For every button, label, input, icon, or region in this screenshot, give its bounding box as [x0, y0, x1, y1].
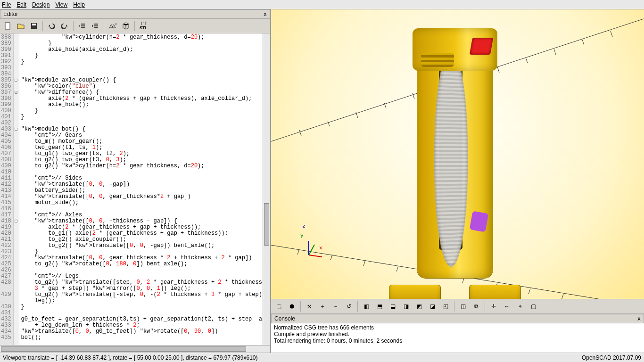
svg-rect-0 — [5, 23, 10, 29]
console-output[interactable]: Normalized CSG tree has 666 elementsComp… — [271, 323, 644, 353]
editor-panel: Editor x STL 388 389 390 391 392 393 394… — [0, 9, 271, 353]
svg-line-14 — [554, 49, 556, 55]
3d-viewport[interactable]: x y z — [271, 9, 644, 299]
perspective-button[interactable]: ⧉ — [471, 301, 482, 312]
indent-button[interactable] — [90, 20, 101, 32]
left-button[interactable]: ◨ — [400, 301, 412, 312]
axes-button[interactable]: ✛ — [488, 301, 499, 312]
menu-bar: File Edit Design View Help — [0, 0, 644, 9]
svg-line-25 — [561, 294, 563, 299]
code-area[interactable]: "kw">cylinder(h=2 * gear_thickness, d=20… — [19, 33, 263, 345]
zoom-fit-button[interactable]: ⤧ — [304, 301, 315, 312]
render-button[interactable] — [120, 20, 132, 32]
line-gutter: 388 389 390 391 392 393 394 395 396 397 … — [0, 33, 14, 345]
status-version: OpenSCAD 2017.07.09 — [582, 354, 641, 361]
svg-line-16 — [611, 31, 612, 37]
scale-button[interactable]: ↔ — [501, 301, 512, 312]
menu-help[interactable]: Help — [73, 1, 85, 8]
svg-line-26 — [309, 255, 322, 257]
svg-line-13 — [526, 58, 528, 63]
redo-button[interactable] — [59, 20, 70, 32]
axis-y-label: y — [300, 232, 304, 239]
svg-line-8 — [384, 103, 386, 108]
stl-label: STL — [140, 25, 148, 30]
svg-line-19 — [363, 260, 365, 266]
axis-z-label: z — [302, 223, 305, 229]
editor-vscrollbar[interactable] — [263, 33, 270, 345]
viewer-toolbar: ⬚⬢⤧＋－↺◧⬒⬓◨◩◪◰◫⧉✛↔⌖▢ — [271, 299, 644, 314]
svg-rect-2 — [32, 24, 36, 25]
svg-line-7 — [356, 112, 358, 118]
svg-line-15 — [582, 40, 584, 45]
center-button[interactable]: ◫ — [457, 301, 469, 312]
console-title: Console — [274, 315, 295, 322]
svg-line-27 — [309, 245, 314, 255]
status-viewport-info: Viewport: translate = [ -14.39 60.83 87.… — [3, 354, 258, 361]
open-file-button[interactable] — [15, 20, 26, 32]
preview-button[interactable]: ⬚ — [273, 301, 284, 312]
crosshair-button[interactable]: ⌖ — [514, 301, 526, 312]
export-stl-button[interactable]: STL — [138, 20, 149, 32]
bottom-button[interactable]: ⬓ — [387, 301, 398, 312]
show-edges-button[interactable]: ▢ — [528, 301, 539, 312]
axis-indicator: x y z — [304, 241, 323, 261]
svg-line-6 — [328, 121, 330, 126]
svg-line-5 — [299, 130, 301, 136]
zoom-in-button[interactable]: ＋ — [317, 301, 328, 312]
editor-hscrollbar[interactable] — [0, 345, 270, 353]
editor-toolbar: STL — [0, 19, 270, 33]
svg-line-24 — [528, 288, 530, 294]
console-panel: Console x Normalized CSG tree has 666 el… — [271, 314, 644, 353]
front-button[interactable]: ◩ — [413, 301, 425, 312]
status-bar: Viewport: translate = [ -14.39 60.83 87.… — [0, 353, 644, 362]
save-file-button[interactable] — [28, 20, 40, 32]
menu-file[interactable]: File — [2, 1, 11, 8]
zoom-out-button[interactable]: － — [330, 301, 341, 312]
diagonal-button[interactable]: ◰ — [440, 301, 451, 312]
axis-x-label: x — [319, 245, 322, 251]
unindent-button[interactable] — [76, 20, 88, 32]
new-file-button[interactable] — [2, 20, 13, 32]
editor-title: Editor — [3, 11, 18, 17]
menu-view[interactable]: View — [55, 1, 67, 8]
console-close-button[interactable]: x — [637, 315, 641, 322]
render-button[interactable]: ⬢ — [286, 301, 297, 312]
menu-design[interactable]: Design — [32, 1, 50, 8]
svg-line-18 — [330, 255, 332, 260]
preview-button[interactable] — [107, 20, 118, 32]
rendered-model — [394, 24, 516, 299]
undo-button[interactable] — [46, 20, 57, 32]
editor-title-bar: Editor x — [0, 9, 270, 19]
svg-line-17 — [297, 249, 299, 255]
right-button[interactable]: ◧ — [361, 301, 372, 312]
back-button[interactable]: ◪ — [427, 301, 438, 312]
reset-view-button[interactable]: ↺ — [343, 301, 355, 312]
top-button[interactable]: ⬒ — [374, 301, 385, 312]
menu-edit[interactable]: Edit — [17, 1, 26, 8]
fold-gutter[interactable]: ⊟ ⊟ ⊟ ⊟ — [14, 33, 19, 345]
editor-close-button[interactable]: x — [264, 11, 267, 17]
code-editor[interactable]: 388 389 390 391 392 393 394 395 396 397 … — [0, 33, 270, 345]
